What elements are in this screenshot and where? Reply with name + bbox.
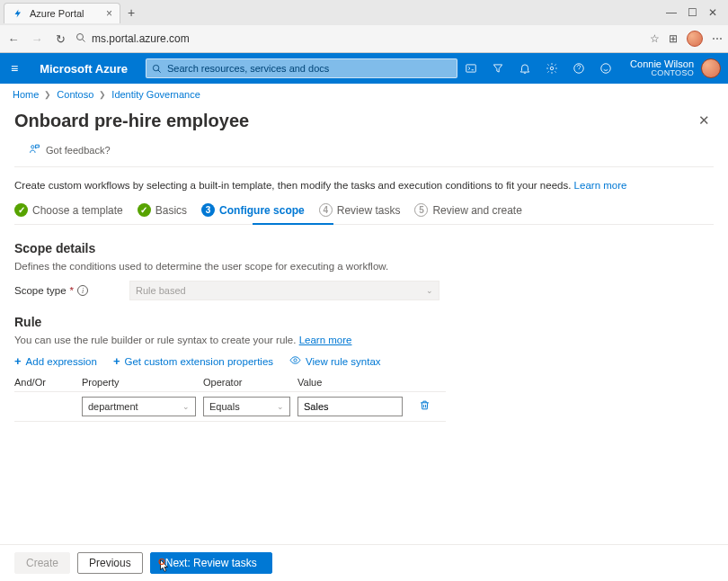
feedback-label: Got feedback? bbox=[46, 145, 111, 156]
get-extension-properties-button[interactable]: + Get custom extension properties bbox=[113, 354, 273, 368]
svg-point-8 bbox=[31, 146, 34, 148]
step-number-icon: 3 bbox=[201, 203, 215, 217]
step-number-icon: 5 bbox=[414, 203, 428, 217]
create-button: Create bbox=[14, 552, 70, 574]
step-review-tasks[interactable]: 4 Review tasks bbox=[319, 203, 401, 217]
step-choose-template[interactable]: ✓ Choose a template bbox=[14, 203, 123, 217]
azure-favicon-icon bbox=[12, 7, 24, 20]
eye-icon bbox=[289, 354, 301, 368]
tab-close-icon[interactable]: × bbox=[106, 7, 112, 20]
previous-button[interactable]: Previous bbox=[77, 552, 143, 574]
browser-menu-icon[interactable]: ⋯ bbox=[712, 32, 723, 45]
scope-details-desc: Defines the conditions used to determine… bbox=[14, 261, 714, 272]
col-header-property: Property bbox=[82, 377, 203, 388]
step-label: Configure scope bbox=[219, 204, 305, 217]
scope-type-select: Rule based ⌄ bbox=[129, 281, 439, 300]
step-label: Choose a template bbox=[32, 204, 123, 217]
cloud-shell-icon[interactable] bbox=[457, 53, 484, 84]
svg-line-1 bbox=[83, 39, 85, 41]
help-icon[interactable] bbox=[565, 53, 592, 84]
window-minimize-icon[interactable]: — bbox=[666, 6, 677, 19]
window-close-icon[interactable]: ✕ bbox=[708, 6, 717, 19]
view-syntax-label: View rule syntax bbox=[306, 356, 381, 367]
plus-icon: + bbox=[113, 354, 120, 368]
add-expression-label: Add expression bbox=[26, 356, 97, 367]
favorite-icon[interactable]: ☆ bbox=[650, 32, 660, 45]
settings-icon[interactable] bbox=[538, 53, 565, 84]
person-feedback-icon bbox=[29, 143, 40, 157]
hamburger-menu-icon[interactable]: ≡ bbox=[0, 61, 29, 76]
breadcrumb-contoso[interactable]: Contoso bbox=[57, 89, 93, 100]
step-label: Review and create bbox=[432, 204, 521, 217]
svg-point-5 bbox=[550, 67, 554, 70]
new-tab-button[interactable]: + bbox=[120, 5, 142, 20]
view-rule-syntax-button[interactable]: View rule syntax bbox=[289, 354, 381, 368]
global-search-input[interactable] bbox=[146, 58, 457, 78]
account-menu[interactable]: Connie Wilson CONTOSO bbox=[619, 58, 728, 78]
nav-back-button[interactable]: ← bbox=[5, 32, 22, 46]
azure-brand[interactable]: Microsoft Azure bbox=[29, 62, 138, 76]
chevron-down-icon: ⌄ bbox=[426, 286, 433, 295]
svg-point-9 bbox=[294, 359, 297, 362]
step-configure-scope[interactable]: 3 Configure scope bbox=[201, 203, 305, 217]
scope-details-heading: Scope details bbox=[14, 241, 714, 255]
plus-icon: + bbox=[14, 354, 22, 368]
chevron-down-icon: ⌄ bbox=[182, 402, 190, 411]
delete-row-button[interactable] bbox=[419, 399, 431, 414]
breadcrumb-home[interactable]: Home bbox=[13, 89, 39, 100]
value-input[interactable] bbox=[297, 397, 403, 416]
tenant-label: CONTOSO bbox=[630, 69, 694, 78]
notifications-icon[interactable] bbox=[511, 53, 538, 84]
get-ext-label: Get custom extension properties bbox=[124, 356, 273, 367]
intro-text: Create custom workflows by selecting a b… bbox=[14, 180, 571, 191]
svg-point-2 bbox=[153, 65, 158, 70]
check-icon: ✓ bbox=[14, 203, 28, 217]
scope-type-label: Scope type bbox=[14, 285, 67, 296]
rule-learn-more-link[interactable]: Learn more bbox=[299, 335, 352, 345]
chevron-right-icon: ❯ bbox=[44, 90, 51, 99]
tab-title: Azure Portal bbox=[30, 8, 84, 19]
search-icon bbox=[152, 64, 162, 74]
add-expression-button[interactable]: + Add expression bbox=[14, 354, 97, 368]
learn-more-link[interactable]: Learn more bbox=[574, 180, 627, 191]
feedback-icon[interactable] bbox=[592, 53, 619, 84]
info-icon[interactable]: i bbox=[77, 285, 88, 296]
next-review-tasks-button[interactable]: Next: Review tasks bbox=[150, 552, 272, 574]
operator-select[interactable]: Equals ⌄ bbox=[203, 397, 290, 416]
rule-heading: Rule bbox=[14, 315, 714, 329]
page-title: Onboard pre-hire employee bbox=[14, 111, 249, 131]
breadcrumb: Home ❯ Contoso ❯ Identity Governance bbox=[0, 84, 728, 105]
next-label: Next: Review tasks bbox=[165, 557, 257, 569]
property-select[interactable]: department ⌄ bbox=[82, 397, 196, 416]
window-maximize-icon[interactable]: ☐ bbox=[688, 6, 697, 19]
user-avatar bbox=[701, 58, 721, 78]
rule-desc: You can use the rule builder or rule syn… bbox=[14, 335, 296, 345]
address-bar[interactable]: ms.portal.azure.com bbox=[75, 32, 643, 46]
operator-value: Equals bbox=[209, 401, 240, 412]
rule-row: department ⌄ Equals ⌄ bbox=[14, 391, 446, 422]
chevron-down-icon: ⌄ bbox=[277, 402, 284, 411]
scope-type-value: Rule based bbox=[136, 285, 186, 296]
extensions-icon[interactable]: ⊞ bbox=[669, 32, 678, 45]
svg-point-7 bbox=[601, 64, 611, 74]
nav-refresh-button[interactable]: ↻ bbox=[52, 32, 68, 46]
url-text: ms.portal.azure.com bbox=[92, 32, 190, 45]
check-icon: ✓ bbox=[138, 203, 151, 217]
required-indicator: * bbox=[70, 285, 74, 296]
step-review-create[interactable]: 5 Review and create bbox=[414, 203, 521, 217]
global-search-field[interactable] bbox=[167, 63, 451, 74]
nav-forward-button: → bbox=[29, 32, 45, 46]
breadcrumb-identity-governance[interactable]: Identity Governance bbox=[111, 89, 200, 100]
chevron-right-icon: ❯ bbox=[99, 90, 106, 99]
step-number-icon: 4 bbox=[319, 203, 333, 217]
create-label: Create bbox=[26, 557, 58, 569]
directories-filter-icon[interactable] bbox=[484, 53, 511, 84]
close-blade-button[interactable]: ✕ bbox=[695, 109, 714, 132]
browser-tab[interactable]: Azure Portal × bbox=[4, 3, 120, 23]
feedback-link[interactable]: Got feedback? bbox=[14, 138, 714, 167]
col-header-operator: Operator bbox=[203, 377, 297, 388]
svg-point-0 bbox=[77, 33, 84, 40]
svg-line-3 bbox=[158, 69, 161, 72]
browser-profile-avatar[interactable] bbox=[687, 31, 703, 47]
step-basics[interactable]: ✓ Basics bbox=[138, 203, 187, 217]
